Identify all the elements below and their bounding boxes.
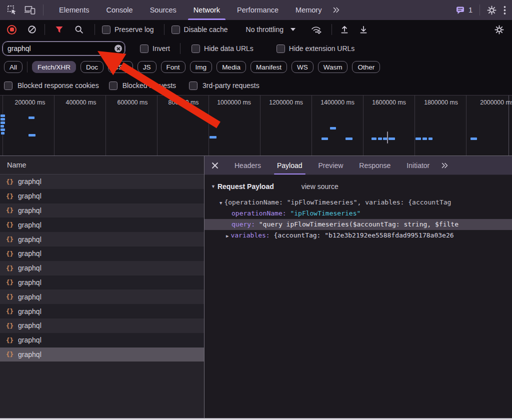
waterfall-overview bbox=[0, 96, 512, 156]
invert-checkbox[interactable] bbox=[140, 44, 148, 53]
waterfall-mark bbox=[0, 125, 4, 128]
request-payload-section-header[interactable]: Request Payload view source bbox=[204, 182, 512, 190]
request-row[interactable]: graphql bbox=[0, 290, 204, 304]
tab-response[interactable]: Response bbox=[351, 156, 398, 174]
payload-json-tree: {operationName: "ipFlowTimeseries", vari… bbox=[204, 197, 512, 241]
import-har-icon[interactable] bbox=[340, 25, 349, 34]
expand-caret-icon[interactable] bbox=[226, 234, 228, 238]
network-filter-input[interactable] bbox=[3, 44, 124, 52]
view-source-link[interactable]: view source bbox=[302, 182, 338, 190]
tab-elements[interactable]: Elements bbox=[50, 0, 98, 20]
waterfall-mark bbox=[210, 136, 216, 138]
hide-data-urls-checkbox[interactable] bbox=[192, 44, 200, 53]
devtools-topbar: Elements Console Sources Network Perform… bbox=[0, 0, 512, 20]
more-detail-tabs-icon[interactable] bbox=[440, 162, 450, 169]
disable-cache-label: Disable cache bbox=[184, 26, 228, 34]
chip-ws[interactable]: WS bbox=[292, 61, 314, 73]
divider bbox=[43, 4, 44, 16]
json-braces-icon bbox=[6, 336, 14, 344]
inspect-element-icon[interactable] bbox=[7, 5, 17, 15]
filter-funnel-icon[interactable] bbox=[55, 26, 64, 34]
divider bbox=[94, 24, 95, 35]
preserve-log-checkbox[interactable] bbox=[102, 26, 110, 34]
request-row[interactable]: graphql bbox=[0, 318, 204, 333]
request-row[interactable]: graphql bbox=[0, 304, 204, 318]
hide-extension-urls-checkbox[interactable] bbox=[276, 44, 285, 53]
request-row[interactable]: graphql bbox=[0, 276, 204, 290]
toggle-device-toolbar-icon[interactable] bbox=[24, 6, 36, 14]
kebab-menu-icon[interactable] bbox=[504, 6, 506, 15]
tab-initiator[interactable]: Initiator bbox=[398, 156, 438, 174]
expand-caret-icon[interactable] bbox=[220, 200, 222, 206]
window-bottom-edge bbox=[0, 418, 512, 420]
blocked-response-cookies-checkbox[interactable] bbox=[4, 82, 12, 90]
request-row[interactable]: graphql bbox=[0, 333, 204, 348]
chip-js[interactable]: JS bbox=[138, 61, 156, 73]
request-row[interactable]: graphql bbox=[0, 189, 204, 204]
request-row[interactable]: graphql bbox=[0, 218, 204, 232]
request-row[interactable]: graphql bbox=[0, 246, 204, 261]
tab-payload[interactable]: Payload bbox=[269, 156, 310, 174]
disable-cache-checkbox[interactable] bbox=[172, 26, 180, 34]
tab-network[interactable]: Network bbox=[185, 0, 228, 20]
json-braces-icon bbox=[6, 264, 14, 272]
chip-css[interactable]: CSS bbox=[108, 61, 133, 73]
json-braces-icon bbox=[6, 250, 14, 258]
chip-fetch-xhr[interactable]: Fetch/XHR bbox=[32, 61, 76, 73]
more-tabs-icon[interactable] bbox=[332, 6, 341, 14]
third-party-requests-checkbox[interactable] bbox=[189, 82, 198, 90]
details-tab-bar: Headers Payload Preview Response Initiat… bbox=[204, 156, 512, 175]
record-network-log-button[interactable] bbox=[7, 25, 16, 34]
tab-headers[interactable]: Headers bbox=[226, 156, 269, 174]
network-overview-timeline[interactable]: 200000 ms 400000 ms 600000 ms 800000 ms … bbox=[0, 95, 512, 156]
name-column-header[interactable]: Name bbox=[0, 156, 204, 174]
payload-variables-line[interactable]: variables: {accountTag: "b12e3b2192ee558… bbox=[204, 230, 512, 241]
issues-button[interactable]: 1 bbox=[456, 6, 472, 14]
waterfall-mark bbox=[416, 138, 421, 140]
throttling-select[interactable]: No throttling bbox=[246, 26, 284, 34]
chip-all[interactable]: All bbox=[4, 61, 22, 73]
payload-query-line-selected[interactable]: query: "query ipFlowTimeseries($accountT… bbox=[204, 219, 512, 230]
clear-network-log-icon[interactable] bbox=[28, 25, 36, 34]
chip-img[interactable]: Img bbox=[190, 61, 212, 73]
chip-media[interactable]: Media bbox=[216, 61, 246, 73]
chip-wasm[interactable]: Wasm bbox=[318, 61, 348, 73]
request-row[interactable]: graphql bbox=[0, 232, 204, 246]
payload-root-line[interactable]: {operationName: "ipFlowTimeseries", vari… bbox=[204, 197, 512, 208]
tab-memory[interactable]: Memory bbox=[287, 0, 330, 20]
request-row[interactable]: graphql bbox=[0, 204, 204, 218]
request-row-selected[interactable]: graphql bbox=[0, 348, 204, 362]
close-details-icon[interactable] bbox=[212, 162, 218, 169]
waterfall-mark bbox=[428, 138, 432, 140]
clear-filter-icon[interactable] bbox=[114, 45, 122, 52]
collapse-caret-icon[interactable] bbox=[211, 184, 216, 189]
chip-doc[interactable]: Doc bbox=[80, 61, 104, 73]
json-braces-icon bbox=[6, 293, 14, 300]
third-party-requests-label: 3rd-party requests bbox=[202, 82, 260, 90]
request-row[interactable]: graphql bbox=[0, 174, 204, 189]
request-row[interactable]: graphql bbox=[0, 261, 204, 276]
payload-operation-line[interactable]: operationName: "ipFlowTimeseries" bbox=[204, 208, 512, 219]
network-settings-gear-icon[interactable] bbox=[494, 25, 504, 34]
divider bbox=[332, 24, 332, 35]
chip-manifest[interactable]: Manifest bbox=[250, 61, 287, 73]
chip-other[interactable]: Other bbox=[352, 61, 380, 73]
waterfall-mark bbox=[372, 138, 376, 140]
network-conditions-icon[interactable] bbox=[310, 25, 322, 34]
blocked-requests-checkbox[interactable] bbox=[109, 82, 118, 90]
tab-sources[interactable]: Sources bbox=[142, 0, 185, 20]
divider bbox=[27, 62, 28, 72]
settings-gear-icon[interactable] bbox=[487, 6, 496, 15]
waterfall-mark bbox=[0, 118, 5, 120]
search-icon[interactable] bbox=[74, 25, 84, 34]
throttling-caret-icon[interactable] bbox=[290, 28, 296, 31]
chip-font[interactable]: Font bbox=[161, 61, 186, 73]
tab-performance[interactable]: Performance bbox=[228, 0, 287, 20]
tab-preview[interactable]: Preview bbox=[310, 156, 352, 174]
json-braces-icon bbox=[6, 308, 14, 315]
json-braces-icon bbox=[6, 178, 14, 186]
waterfall-mark bbox=[378, 138, 382, 140]
hide-extension-urls-label: Hide extension URLs bbox=[289, 44, 355, 52]
tab-console[interactable]: Console bbox=[98, 0, 141, 20]
export-har-icon[interactable] bbox=[359, 25, 368, 34]
